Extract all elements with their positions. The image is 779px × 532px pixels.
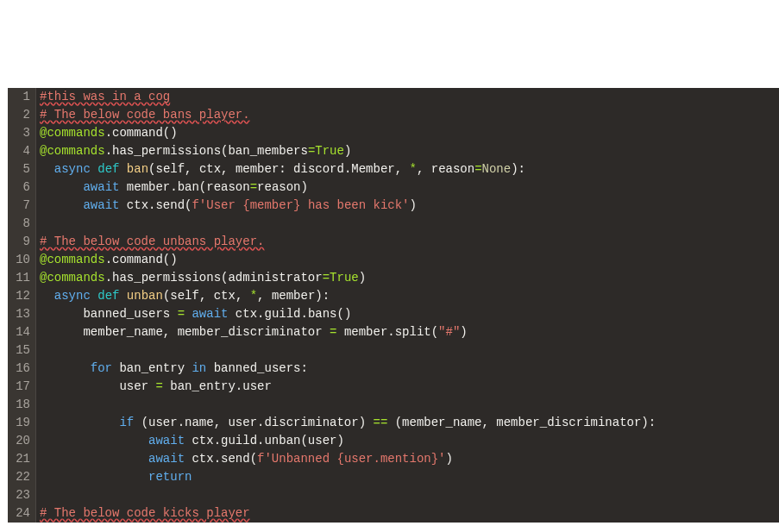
- code-line[interactable]: await member.ban(reason=reason): [40, 178, 779, 197]
- code-line[interactable]: # The below code bans player.: [40, 106, 779, 124]
- code-line[interactable]: await ctx.send(f'User {member} has been …: [40, 197, 779, 215]
- line-number: 15: [11, 341, 30, 360]
- code-line[interactable]: async def ban(self, ctx, member: discord…: [40, 160, 779, 178]
- line-number: 18: [11, 396, 30, 414]
- code-line[interactable]: @commands.command(): [40, 124, 779, 142]
- code-line[interactable]: user = ban_entry.user: [40, 378, 779, 396]
- code-line[interactable]: # The below code unbans player.: [40, 233, 779, 251]
- code-line[interactable]: @commands.has_permissions(administrator=…: [40, 269, 779, 287]
- line-number: 12: [11, 287, 30, 305]
- line-number: 2: [11, 106, 30, 124]
- line-number: 23: [11, 486, 30, 504]
- line-number: 7: [11, 197, 30, 215]
- line-number: 21: [11, 450, 30, 468]
- line-number: 16: [11, 360, 30, 378]
- code-line[interactable]: await ctx.send(f'Unbanned {user.mention}…: [40, 450, 779, 468]
- line-number-gutter: 1 2 3 4 5 6 7 8 9 10 11 12 13 14 15 16 1…: [8, 88, 36, 523]
- code-line[interactable]: [40, 215, 779, 233]
- line-number: 19: [11, 414, 30, 432]
- line-number: 24: [11, 504, 30, 523]
- code-line[interactable]: @commands.command(): [40, 251, 779, 269]
- code-line[interactable]: if (user.name, user.discriminator) == (m…: [40, 414, 779, 432]
- code-line[interactable]: # The below code kicks player: [40, 504, 779, 523]
- line-number: 10: [11, 251, 30, 269]
- line-number: 3: [11, 124, 30, 142]
- code-editor[interactable]: 1 2 3 4 5 6 7 8 9 10 11 12 13 14 15 16 1…: [8, 88, 779, 523]
- code-line[interactable]: [40, 486, 779, 504]
- line-number: 5: [11, 160, 30, 178]
- code-line[interactable]: [40, 396, 779, 414]
- line-number: 22: [11, 468, 30, 486]
- line-number: 14: [11, 323, 30, 341]
- line-number: 9: [11, 233, 30, 251]
- code-line[interactable]: [40, 341, 779, 360]
- line-number: 11: [11, 269, 30, 287]
- code-line[interactable]: #this was in a cog: [40, 88, 779, 106]
- line-number: 6: [11, 178, 30, 197]
- line-number: 13: [11, 305, 30, 323]
- line-number: 4: [11, 142, 30, 160]
- line-number: 20: [11, 432, 30, 450]
- code-line[interactable]: member_name, member_discriminator = memb…: [40, 323, 779, 341]
- code-line[interactable]: await ctx.guild.unban(user): [40, 432, 779, 450]
- line-number: 17: [11, 378, 30, 396]
- line-number: 8: [11, 215, 30, 233]
- code-area[interactable]: #this was in a cog # The below code bans…: [36, 88, 779, 523]
- line-number: 1: [11, 88, 30, 106]
- code-line[interactable]: @commands.has_permissions(ban_members=Tr…: [40, 142, 779, 160]
- code-line[interactable]: banned_users = await ctx.guild.bans(): [40, 305, 779, 323]
- code-line[interactable]: for ban_entry in banned_users:: [40, 360, 779, 378]
- code-line[interactable]: return: [40, 468, 779, 486]
- code-line[interactable]: async def unban(self, ctx, *, member):: [40, 287, 779, 305]
